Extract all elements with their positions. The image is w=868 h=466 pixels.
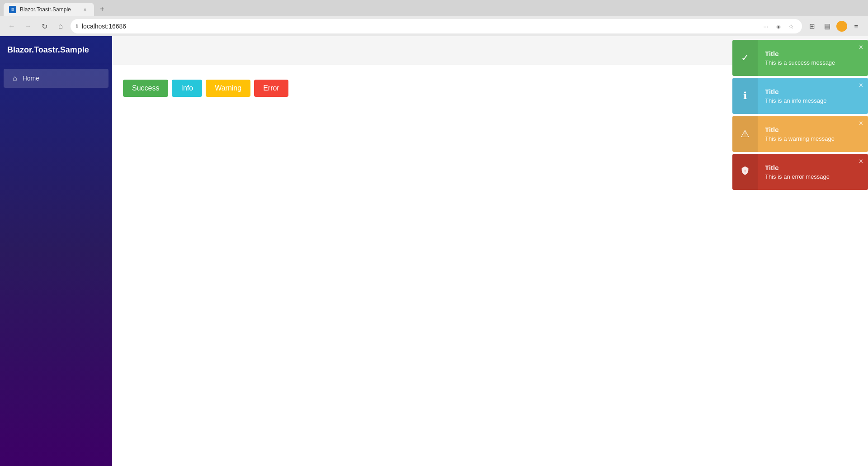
address-bar-actions: ··· ◈ ☆ xyxy=(760,21,797,32)
browser-tabs: B Blazor.Toastr.Sample × + xyxy=(0,0,868,16)
tab-favicon: B xyxy=(9,6,16,13)
toast-error-icon-area: ! xyxy=(732,154,758,190)
pocket-icon[interactable]: ◈ xyxy=(773,21,784,32)
address-url: localhost:16686 xyxy=(82,23,753,30)
success-icon: ✓ xyxy=(741,52,749,64)
toast-warning-title: Title xyxy=(765,126,861,133)
home-icon: ⌂ xyxy=(13,74,17,82)
toast-success: ✓ Title This is a success message ✕ xyxy=(732,40,868,76)
toast-error: ! Title This is an error message ✕ xyxy=(732,154,868,190)
sidebar: Blazor.Toastr.Sample ⌂ Home xyxy=(0,36,112,466)
toast-success-title: Title xyxy=(765,50,861,57)
protocol-icon: ℹ xyxy=(76,23,78,29)
toast-info: ℹ Title This is an info message ✕ xyxy=(732,78,868,114)
toast-warning-icon-area: ⚠ xyxy=(732,116,758,152)
tab-close-button[interactable]: × xyxy=(81,6,89,13)
browser-chrome: B Blazor.Toastr.Sample × + ← → ↻ ⌂ ℹ loc… xyxy=(0,0,868,36)
info-button[interactable]: Info xyxy=(172,80,202,97)
sidebar-toggle-icon[interactable]: ▤ xyxy=(821,20,834,33)
tab-title: Blazor.Toastr.Sample xyxy=(20,6,78,13)
sidebar-nav: ⌂ Home xyxy=(0,64,112,92)
menu-icon[interactable]: ≡ xyxy=(850,20,863,33)
info-icon: ℹ xyxy=(743,90,747,102)
nav-reload-button[interactable]: ↻ xyxy=(38,20,51,33)
toast-info-title: Title xyxy=(765,88,861,95)
browser-tab-active[interactable]: B Blazor.Toastr.Sample × xyxy=(4,3,94,16)
warning-icon: ⚠ xyxy=(741,128,750,140)
toast-warning-message: This is a warning message xyxy=(765,135,861,142)
toast-warning: ⚠ Title This is a warning message ✕ xyxy=(732,116,868,152)
more-options-icon[interactable]: ··· xyxy=(760,21,771,32)
nav-back-button[interactable]: ← xyxy=(5,20,18,33)
nav-home-button[interactable]: ⌂ xyxy=(54,20,67,33)
avatar[interactable] xyxy=(836,21,847,32)
nav-right-icons: ⊞ ▤ ≡ xyxy=(806,20,863,33)
bookmark-icon[interactable]: ☆ xyxy=(786,21,797,32)
toast-info-close[interactable]: ✕ xyxy=(857,81,864,89)
toast-success-icon-area: ✓ xyxy=(732,40,758,76)
nav-forward-button[interactable]: → xyxy=(22,20,34,33)
warning-button[interactable]: Warning xyxy=(206,80,250,97)
toast-info-message: This is an info message xyxy=(765,97,861,104)
sidebar-item-home-label: Home xyxy=(23,75,39,82)
svg-text:!: ! xyxy=(744,169,745,173)
library-icon[interactable]: ⊞ xyxy=(806,20,818,33)
toast-warning-body: Title This is a warning message xyxy=(758,116,868,152)
toast-warning-close[interactable]: ✕ xyxy=(857,119,864,127)
error-shield-icon: ! xyxy=(740,166,750,178)
toast-info-body: Title This is an info message xyxy=(758,78,868,114)
toast-success-message: This is a success message xyxy=(765,59,861,66)
toast-container: ✓ Title This is a success message ✕ ℹ Ti… xyxy=(732,40,868,190)
toast-error-body: Title This is an error message xyxy=(758,154,868,190)
sidebar-item-home[interactable]: ⌂ Home xyxy=(4,69,108,88)
toast-error-close[interactable]: ✕ xyxy=(857,157,864,165)
toast-success-close[interactable]: ✕ xyxy=(857,43,864,51)
error-button[interactable]: Error xyxy=(254,80,288,97)
toast-success-body: Title This is a success message xyxy=(758,40,868,76)
toast-info-icon-area: ℹ xyxy=(732,78,758,114)
toast-error-message: This is an error message xyxy=(765,173,861,180)
success-button[interactable]: Success xyxy=(123,80,168,97)
toast-error-title: Title xyxy=(765,164,861,171)
address-bar[interactable]: ℹ localhost:16686 ··· ◈ ☆ xyxy=(71,19,802,33)
browser-navbar: ← → ↻ ⌂ ℹ localhost:16686 ··· ◈ ☆ ⊞ ▤ ≡ xyxy=(0,16,868,36)
sidebar-brand: Blazor.Toastr.Sample xyxy=(0,36,112,64)
new-tab-button[interactable]: + xyxy=(96,3,108,15)
